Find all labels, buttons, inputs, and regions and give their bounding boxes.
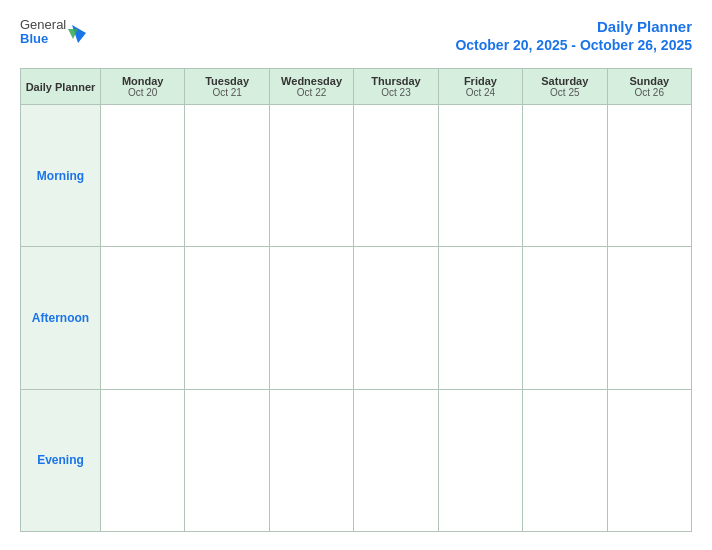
cell-evening-sunday[interactable] (607, 389, 691, 531)
cell-evening-thursday[interactable] (354, 389, 438, 531)
planner-title: Daily Planner (597, 18, 692, 35)
day-header-thursday: ThursdayOct 23 (354, 69, 438, 105)
daily-planner-label: Daily Planner (25, 81, 96, 93)
cell-evening-saturday[interactable] (523, 389, 607, 531)
cell-evening-monday[interactable] (101, 389, 185, 531)
day-header-saturday: SaturdayOct 25 (523, 69, 607, 105)
cell-morning-saturday[interactable] (523, 105, 607, 247)
cell-afternoon-sunday[interactable] (607, 247, 691, 389)
cell-evening-wednesday[interactable] (269, 389, 353, 531)
cell-afternoon-friday[interactable] (438, 247, 522, 389)
planner-date-range: October 20, 2025 - October 26, 2025 (455, 37, 692, 53)
cell-morning-monday[interactable] (101, 105, 185, 247)
day-header-sunday: SundayOct 26 (607, 69, 691, 105)
table-row: Evening (21, 389, 692, 531)
cell-evening-tuesday[interactable] (185, 389, 269, 531)
cell-afternoon-saturday[interactable] (523, 247, 607, 389)
cell-afternoon-wednesday[interactable] (269, 247, 353, 389)
logo: General Blue (20, 18, 88, 47)
table-row: Morning (21, 105, 692, 247)
cell-morning-friday[interactable] (438, 105, 522, 247)
cell-afternoon-thursday[interactable] (354, 247, 438, 389)
cell-morning-thursday[interactable] (354, 105, 438, 247)
table-header: Daily Planner MondayOct 20TuesdayOct 21W… (21, 69, 692, 105)
header-row: Daily Planner MondayOct 20TuesdayOct 21W… (21, 69, 692, 105)
header: General Blue Daily Planner October 20, 2… (20, 18, 692, 54)
table-row: Afternoon (21, 247, 692, 389)
day-header-tuesday: TuesdayOct 21 (185, 69, 269, 105)
label-header: Daily Planner (21, 69, 101, 105)
cell-morning-tuesday[interactable] (185, 105, 269, 247)
logo-blue-text: Blue (20, 32, 66, 46)
day-header-friday: FridayOct 24 (438, 69, 522, 105)
table-body: MorningAfternoonEvening (21, 105, 692, 532)
row-label-morning: Morning (21, 105, 101, 247)
title-block: Daily Planner October 20, 2025 - October… (455, 18, 692, 54)
row-label-evening: Evening (21, 389, 101, 531)
cell-afternoon-monday[interactable] (101, 247, 185, 389)
planner-table: Daily Planner MondayOct 20TuesdayOct 21W… (20, 68, 692, 532)
logo-general-text: General (20, 18, 66, 32)
cell-evening-friday[interactable] (438, 389, 522, 531)
cell-morning-sunday[interactable] (607, 105, 691, 247)
logo-icon (68, 23, 88, 45)
day-header-wednesday: WednesdayOct 22 (269, 69, 353, 105)
day-header-monday: MondayOct 20 (101, 69, 185, 105)
cell-afternoon-tuesday[interactable] (185, 247, 269, 389)
row-label-afternoon: Afternoon (21, 247, 101, 389)
cell-morning-wednesday[interactable] (269, 105, 353, 247)
